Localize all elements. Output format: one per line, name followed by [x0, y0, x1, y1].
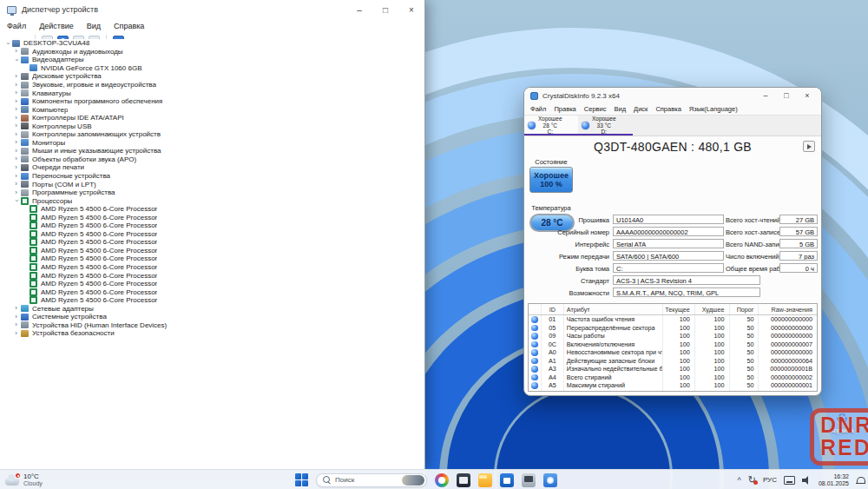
cdi-menu-item-2[interactable]: Сервис — [584, 105, 607, 113]
tree-chevron-icon[interactable]: › — [12, 82, 20, 89]
tree-item[interactable]: AMD Ryzen 5 4500 6-Core Processor — [0, 271, 424, 280]
close-button[interactable]: × — [398, 0, 424, 19]
tree-item[interactable]: ›Аудиовходы и аудиовыходы — [0, 48, 424, 56]
device-manager-titlebar[interactable]: Диспетчер устройств – □ × — [0, 0, 424, 19]
cdi-menu-item-4[interactable]: Диск — [634, 105, 648, 113]
tree-item[interactable]: ›Мониторы — [0, 139, 424, 148]
tree-item[interactable]: NVIDIA GeForce GTX 1060 6GB — [0, 64, 424, 73]
smart-attribute-row[interactable]: 0CВключения/отключения100100500000000000… — [529, 340, 817, 349]
tree-item[interactable]: AMD Ryzen 5 4500 6-Core Processor — [0, 263, 424, 272]
tree-chevron-icon[interactable]: › — [12, 115, 20, 122]
smart-attribute-row[interactable]: A0Невосстановимые сектора при чтении/за.… — [529, 348, 817, 357]
smart-attribute-row[interactable]: A4Всего стираний10010050000000000002 — [529, 373, 817, 382]
tree-chevron-icon[interactable]: › — [12, 173, 20, 180]
tree-chevron-icon[interactable]: › — [12, 48, 20, 55]
cdi-menu-item-3[interactable]: Вид — [614, 105, 626, 113]
smart-attribute-row[interactable]: A5Максимум стираний10010050000000000001 — [529, 381, 817, 390]
tree-item[interactable]: AMD Ryzen 5 4500 6-Core Processor — [0, 247, 424, 255]
maximize-button[interactable]: □ — [372, 0, 398, 19]
task-view-icon[interactable] — [457, 473, 470, 487]
tree-chevron-icon[interactable]: › — [12, 181, 20, 188]
tree-chevron-icon[interactable]: › — [12, 98, 20, 105]
smart-attribute-row[interactable]: 05Перераспределённые сектора100100500000… — [529, 324, 817, 333]
tree-item[interactable]: ›Программные устройства — [0, 188, 424, 197]
tree-item[interactable]: ›Порты (COM и LPT) — [0, 180, 424, 188]
tree-item[interactable]: ›Устройства безопасности — [0, 329, 424, 338]
cdi-menu-item-6[interactable]: Язык(Language) — [689, 105, 738, 113]
health-status-button[interactable]: Хорошее 100 % — [529, 167, 573, 193]
tree-chevron-icon[interactable]: › — [12, 321, 20, 328]
tree-item[interactable]: AMD Ryzen 5 4500 6-Core Processor — [0, 287, 424, 296]
tree-chevron-icon[interactable]: › — [12, 106, 20, 113]
tree-item[interactable]: AMD Ryzen 5 4500 6-Core Processor — [0, 280, 424, 288]
tree-chevron-icon[interactable]: › — [4, 39, 11, 47]
tree-item[interactable]: ›Звуковые, игровые и видеоустройства — [0, 81, 424, 89]
tree-item[interactable]: AMD Ryzen 5 4500 6-Core Processor — [0, 238, 424, 247]
clock[interactable]: 16:32 08.01.2025 — [819, 473, 849, 487]
weather-widget[interactable]: 10°C Cloudy — [5, 471, 43, 489]
tree-item[interactable]: ›Устройства HID (Human Interface Devices… — [0, 321, 424, 330]
tree-item[interactable]: AMD Ryzen 5 4500 6-Core Processor — [0, 205, 424, 214]
tree-item[interactable]: ›Переносные устройства — [0, 172, 424, 181]
tree-chevron-icon[interactable]: › — [13, 56, 20, 63]
tree-chevron-icon[interactable]: › — [12, 305, 20, 312]
notifications-bell-icon[interactable] — [856, 476, 865, 485]
tree-chevron-icon[interactable]: › — [12, 164, 20, 171]
cdi-menu-item-0[interactable]: Файл — [530, 105, 546, 113]
tree-item[interactable]: ›Контроллеры запоминающих устройств — [0, 130, 424, 139]
start-button[interactable] — [295, 473, 308, 486]
tree-item[interactable]: AMD Ryzen 5 4500 6-Core Processor — [0, 254, 424, 263]
tree-chevron-icon[interactable]: › — [12, 89, 20, 96]
speaker-icon[interactable] — [802, 476, 812, 485]
tree-item[interactable]: ›Контроллеры IDE ATA/ATAPI — [0, 114, 424, 122]
cdi-menu-item-5[interactable]: Справка — [655, 105, 681, 113]
tree-chevron-icon[interactable]: › — [13, 197, 20, 205]
dm-menu-item-3[interactable]: Справка — [114, 22, 144, 30]
tree-item[interactable]: ›Сетевые адаптеры — [0, 305, 424, 314]
tree-chevron-icon[interactable]: › — [12, 139, 20, 146]
dm-menu-item-0[interactable]: Файл — [7, 22, 26, 30]
tree-item[interactable]: ›Компоненты программного обеспечения — [0, 97, 424, 106]
tree-item[interactable]: ›DESKTOP-3CVUA48 — [0, 39, 424, 48]
tree-item[interactable]: ›Объекты обработки звука (APO) — [0, 155, 424, 164]
cdi-maximize-button[interactable]: □ — [776, 88, 797, 103]
tree-item[interactable]: ›Процессоры — [0, 196, 424, 205]
file-explorer-icon[interactable] — [478, 473, 492, 487]
minimize-button[interactable]: – — [346, 0, 372, 19]
tree-item[interactable]: AMD Ryzen 5 4500 6-Core Processor — [0, 213, 424, 221]
dm-menu-item-2[interactable]: Вид — [87, 22, 101, 30]
taskbar-widgets-icon[interactable] — [435, 473, 449, 487]
smart-attribute-row[interactable]: A1Действующие запасные блоки100100500000… — [529, 357, 817, 366]
cdi-minimize-button[interactable]: – — [755, 88, 776, 103]
search-input[interactable]: Поиск — [316, 473, 427, 487]
tree-item[interactable]: ›Компьютер — [0, 105, 424, 114]
tree-chevron-icon[interactable]: › — [12, 122, 20, 129]
network-icon[interactable] — [784, 476, 795, 485]
tree-item[interactable]: AMD Ryzen 5 4500 6-Core Processor — [0, 230, 424, 239]
tree-chevron-icon[interactable]: › — [12, 330, 20, 337]
tree-chevron-icon[interactable]: › — [12, 148, 20, 155]
device-manager-taskbar-icon[interactable] — [522, 473, 536, 487]
tree-item[interactable]: ›Очереди печати — [0, 163, 424, 172]
tree-item[interactable]: ›Мыши и иные указывающие устройства — [0, 147, 424, 155]
update-tray-icon[interactable]: ↻ — [748, 475, 756, 485]
smart-attribute-row[interactable]: A6Минимум стираний10010050000000000001 — [529, 390, 817, 393]
tree-item[interactable]: ›Клавиатуры — [0, 89, 424, 97]
disk-tab-d[interactable]: Хорошее 33 °C D: — [578, 116, 632, 135]
cdi-titlebar[interactable]: CrystalDiskInfo 9.2.3 x64 – □ × — [524, 88, 821, 103]
smart-attribute-row[interactable]: 01Частота ошибок чтения10010050000000000… — [529, 315, 817, 324]
smart-attribute-row[interactable]: 09Часы работы10010050000000000000 — [529, 332, 817, 340]
tree-item[interactable]: ›Видеоадаптеры — [0, 56, 424, 64]
tree-chevron-icon[interactable]: › — [12, 131, 20, 138]
next-disk-button[interactable] — [803, 141, 815, 152]
tree-chevron-icon[interactable]: › — [12, 314, 20, 320]
tree-item[interactable]: AMD Ryzen 5 4500 6-Core Processor — [0, 221, 424, 230]
language-indicator[interactable]: РУС — [763, 476, 777, 484]
cdi-close-button[interactable]: × — [797, 88, 818, 103]
tree-chevron-icon[interactable]: › — [12, 189, 20, 196]
tree-chevron-icon[interactable]: › — [12, 73, 20, 80]
tree-item[interactable]: AMD Ryzen 5 4500 6-Core Processor — [0, 296, 424, 305]
hidden-icons-chevron[interactable]: ^ — [737, 476, 740, 485]
tree-item[interactable]: ›Дисковые устройства — [0, 72, 424, 81]
crystaldiskinfo-taskbar-icon[interactable] — [543, 473, 557, 487]
